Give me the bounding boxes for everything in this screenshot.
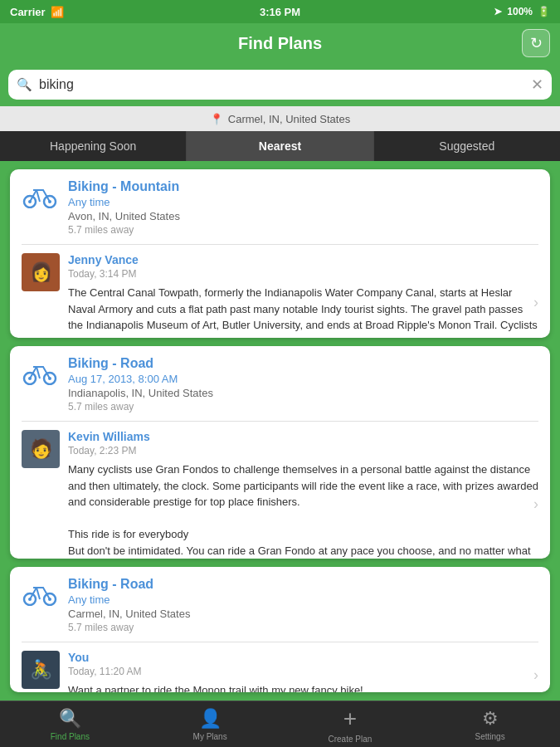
find-plans-label: Find Plans	[51, 732, 90, 741]
battery-label: 100%	[507, 6, 533, 17]
card-mountain-post: 👩 Jenny Vance Today, 3:14 PM The Central…	[10, 245, 550, 338]
card-road-kevin-info: Biking - Road Aug 17, 2013, 8:00 AM Indi…	[68, 356, 538, 413]
search-input[interactable]	[39, 77, 531, 92]
search-bar: 🔍 ✕	[0, 63, 560, 106]
kevin-post-content: Kevin Williams Today, 2:23 PM Many cycli…	[68, 430, 538, 558]
bottom-tab-find-plans[interactable]: 🔍 Find Plans	[0, 701, 140, 747]
card-road-you-chevron: ›	[533, 666, 538, 684]
card-road-kevin-time: Aug 17, 2013, 8:00 AM	[68, 373, 538, 385]
search-clear-button[interactable]: ✕	[531, 76, 543, 94]
card-road-you-time: Any time	[68, 593, 538, 606]
you-post-content: You Today, 11:20 AM Want a partner to ri…	[68, 651, 538, 692]
tab-nearest[interactable]: Nearest	[187, 131, 373, 161]
you-post-text: Want a partner to ride the Monon trail w…	[68, 682, 538, 692]
tab-suggested[interactable]: Suggested	[374, 131, 560, 161]
carrier-label: Carrier	[10, 6, 46, 18]
location-bar: 📍 Carmel, IN, United States	[0, 106, 560, 131]
search-input-wrapper: 🔍 ✕	[8, 70, 552, 100]
find-plans-icon: 🔍	[59, 708, 81, 730]
status-bar: Carrier 📶 3:16 PM ➤ 100% 🔋	[0, 0, 560, 23]
tab-happening-soon-label: Happening Soon	[50, 139, 136, 153]
card-header-mountain: Biking - Mountain Any time Avon, IN, Uni…	[10, 169, 550, 244]
jenny-post-text: The Central Canal Towpath, formerly the …	[68, 285, 538, 338]
avatar-kevin-img: 🧑	[22, 430, 60, 468]
tab-nearest-label: Nearest	[259, 139, 301, 153]
bottom-tab-create-plan[interactable]: + Create Plan	[280, 701, 421, 747]
card-biking-road-kevin[interactable]: Biking - Road Aug 17, 2013, 8:00 AM Indi…	[10, 346, 550, 558]
avatar-jenny: 👩	[22, 253, 60, 291]
bike-icon-mountain	[22, 181, 58, 211]
jenny-post-content: Jenny Vance Today, 3:14 PM The Central C…	[68, 253, 538, 338]
status-bar-time: 3:16 PM	[260, 6, 300, 18]
jenny-post-time: Today, 3:14 PM	[68, 268, 538, 280]
card-road-kevin-post: 🧑 Kevin Williams Today, 2:23 PM Many cyc…	[10, 422, 550, 558]
card-road-kevin-title: Biking - Road	[68, 356, 538, 371]
settings-icon: ⚙	[482, 708, 499, 730]
bike-icon-road-kevin	[22, 358, 58, 388]
card-road-kevin-chevron: ›	[533, 495, 538, 512]
my-plans-icon: 👤	[199, 708, 222, 730]
card-road-kevin-location: Indianapolis, IN, United States	[68, 387, 538, 399]
you-post-time: Today, 11:20 AM	[68, 666, 538, 677]
main-content: Biking - Mountain Any time Avon, IN, Uni…	[0, 161, 560, 701]
battery-icon: 🔋	[538, 6, 550, 17]
bottom-tab-bar: 🔍 Find Plans 👤 My Plans + Create Plan ⚙ …	[0, 701, 560, 747]
page-title: Find Plans	[238, 34, 322, 53]
refresh-button[interactable]: ↻	[522, 29, 550, 57]
search-icon: 🔍	[17, 77, 32, 92]
kevin-post-text: Many cyclists use Gran Fondos to challen…	[68, 461, 538, 558]
location-text: Carmel, IN, United States	[228, 113, 350, 125]
kevin-name: Kevin Williams	[68, 430, 538, 443]
card-road-you-location: Carmel, IN, United States	[68, 608, 538, 620]
kevin-post-time: Today, 2:23 PM	[68, 445, 538, 456]
refresh-icon: ↻	[530, 34, 543, 52]
card-road-kevin-distance: 5.7 miles away	[68, 401, 538, 413]
card-header-road-kevin: Biking - Road Aug 17, 2013, 8:00 AM Indi…	[10, 346, 550, 421]
create-plan-icon: +	[343, 706, 357, 732]
card-road-you-post: 🚴 You Today, 11:20 AM Want a partner to …	[10, 642, 550, 692]
status-bar-right: ➤ 100% 🔋	[494, 6, 550, 17]
jenny-name: Jenny Vance	[68, 253, 538, 266]
my-plans-label: My Plans	[193, 732, 227, 741]
status-bar-left: Carrier 📶	[10, 6, 64, 18]
location-arrow-icon: ➤	[494, 6, 502, 17]
header: Find Plans ↻	[0, 23, 560, 63]
bottom-tab-settings[interactable]: ⚙ Settings	[420, 701, 560, 747]
avatar-kevin: 🧑	[22, 430, 60, 468]
card-mountain-distance: 5.7 miles away	[68, 224, 538, 236]
tab-happening-soon[interactable]: Happening Soon	[0, 131, 187, 161]
bottom-tab-my-plans[interactable]: 👤 My Plans	[140, 701, 280, 747]
tab-suggested-label: Suggested	[439, 139, 494, 153]
avatar-you-img: 🚴	[22, 651, 60, 689]
card-mountain-location: Avon, IN, United States	[68, 210, 538, 222]
card-mountain-time: Any time	[68, 196, 538, 208]
card-biking-road-you[interactable]: Biking - Road Any time Carmel, IN, Unite…	[10, 567, 550, 692]
card-biking-mountain[interactable]: Biking - Mountain Any time Avon, IN, Uni…	[10, 169, 550, 338]
create-plan-label: Create Plan	[328, 735, 372, 744]
card-road-you-info: Biking - Road Any time Carmel, IN, Unite…	[68, 577, 538, 633]
card-road-you-title: Biking - Road	[68, 577, 538, 592]
bike-icon-road-you	[22, 579, 58, 608]
avatar-you: 🚴	[22, 651, 60, 689]
location-pin-icon: 📍	[210, 113, 223, 125]
card-mountain-info: Biking - Mountain Any time Avon, IN, Uni…	[68, 179, 538, 236]
you-name: You	[68, 651, 538, 664]
settings-label: Settings	[475, 732, 505, 741]
tabs-bar: Happening Soon Nearest Suggested	[0, 131, 560, 161]
card-mountain-chevron: ›	[533, 294, 538, 311]
wifi-icon: 📶	[51, 6, 64, 18]
card-header-road-you: Biking - Road Any time Carmel, IN, Unite…	[10, 567, 550, 642]
card-mountain-title: Biking - Mountain	[68, 179, 538, 194]
avatar-jenny-img: 👩	[22, 253, 60, 291]
card-road-you-distance: 5.7 miles away	[68, 622, 538, 633]
